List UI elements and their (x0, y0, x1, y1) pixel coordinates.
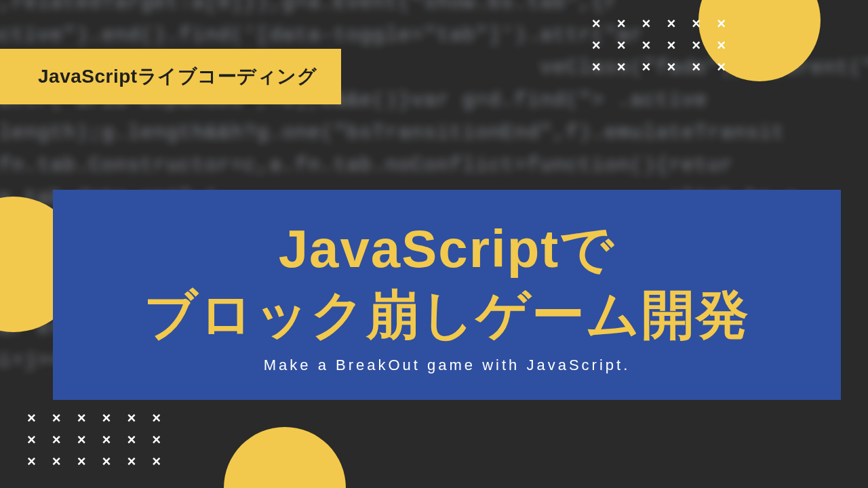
x-glyph: × (102, 454, 111, 469)
x-glyph: × (52, 432, 61, 447)
x-glyph: × (667, 38, 675, 53)
main-title: JavaScriptで ブロック崩しゲーム開発 (144, 216, 750, 348)
x-pattern-bottom: ×××××××××××××××××× (27, 411, 161, 469)
category-tag: JavaScriptライブコーディング (0, 49, 341, 104)
code-line: a.fn.tab.Constructor=c,a.fn.tab.noConfli… (0, 149, 868, 182)
x-glyph: × (692, 16, 701, 31)
x-glyph: × (642, 38, 651, 53)
code-line: ).length);g.length&&h?g.one("bsTransitio… (0, 117, 868, 149)
x-glyph: × (102, 411, 111, 426)
x-glyph: × (127, 411, 136, 426)
x-glyph: × (667, 16, 675, 31)
x-glyph: × (27, 432, 36, 447)
category-tag-label: JavaScriptライブコーディング (38, 66, 317, 87)
x-glyph: × (152, 432, 161, 447)
x-glyph: × (52, 454, 61, 469)
x-glyph: × (692, 60, 701, 75)
x-pattern-top: ×××××××××××××××××× (592, 16, 726, 75)
x-glyph: × (617, 16, 626, 31)
thumbnail-stage: b",relatedTarget:a[0]}),g=a.Event("show.… (0, 0, 868, 488)
x-glyph: × (717, 60, 726, 75)
x-glyph: × (77, 411, 86, 426)
x-glyph: × (27, 411, 36, 426)
x-glyph: × (667, 60, 675, 75)
x-glyph: × (642, 60, 651, 75)
x-glyph: × (77, 432, 86, 447)
title-panel: JavaScriptで ブロック崩しゲーム開発 Make a BreakOut … (53, 190, 841, 400)
x-glyph: × (102, 432, 111, 447)
x-glyph: × (617, 38, 626, 53)
x-glyph: × (127, 454, 136, 469)
x-glyph: × (52, 411, 61, 426)
title-line-1: JavaScriptで (144, 216, 750, 283)
x-glyph: × (27, 454, 36, 469)
x-glyph: × (717, 38, 726, 53)
x-glyph: × (152, 454, 161, 469)
x-glyph: × (717, 16, 726, 31)
x-glyph: × (127, 432, 136, 447)
x-glyph: × (692, 38, 701, 53)
x-glyph: × (592, 60, 601, 75)
subtitle: Make a BreakOut game with JavaScript. (264, 357, 631, 374)
x-glyph: × (77, 454, 86, 469)
x-glyph: × (152, 411, 161, 426)
x-glyph: × (592, 38, 601, 53)
title-line-2: ブロック崩しゲーム開発 (144, 282, 750, 348)
x-glyph: × (617, 60, 626, 75)
x-glyph: × (642, 16, 651, 31)
x-glyph: × (592, 16, 601, 31)
